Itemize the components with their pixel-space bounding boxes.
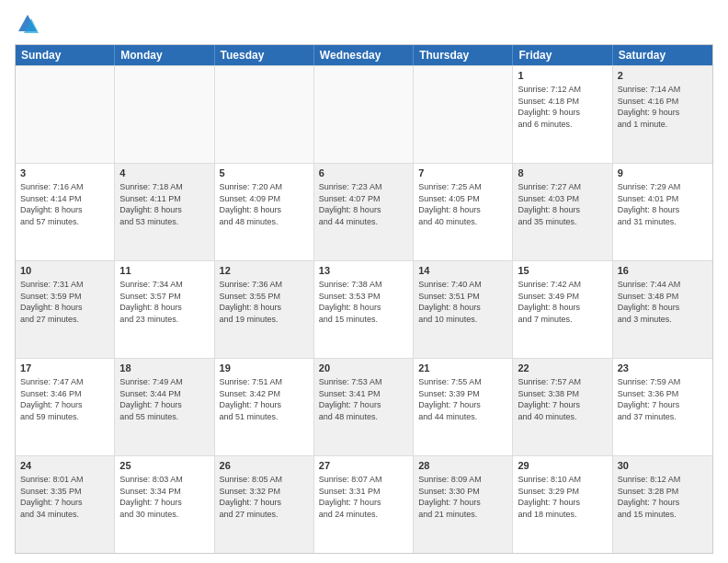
- day-info: Sunrise: 7:16 AM Sunset: 4:14 PM Dayligh…: [20, 182, 84, 226]
- day-info: Sunrise: 7:27 AM Sunset: 4:03 PM Dayligh…: [518, 182, 581, 226]
- day-number: 22: [518, 362, 607, 375]
- cal-cell-day-14: 14Sunrise: 7:40 AM Sunset: 3:51 PM Dayli…: [414, 261, 513, 358]
- day-info: Sunrise: 7:44 AM Sunset: 3:48 PM Dayligh…: [618, 280, 681, 324]
- cal-cell-day-24: 24Sunrise: 8:01 AM Sunset: 3:35 PM Dayli…: [16, 456, 115, 553]
- cal-cell-day-3: 3Sunrise: 7:16 AM Sunset: 4:14 PM Daylig…: [16, 164, 115, 260]
- day-number: 13: [319, 264, 408, 278]
- day-number: 14: [418, 264, 507, 278]
- cal-cell-day-2: 2Sunrise: 7:14 AM Sunset: 4:16 PM Daylig…: [613, 66, 712, 163]
- day-number: 21: [418, 362, 507, 375]
- cal-cell-empty-0-1: [115, 66, 214, 163]
- cal-cell-day-21: 21Sunrise: 7:55 AM Sunset: 3:39 PM Dayli…: [414, 359, 513, 455]
- header-day-monday: Monday: [115, 45, 214, 65]
- day-number: 30: [618, 459, 708, 473]
- day-number: 19: [220, 362, 309, 375]
- day-info: Sunrise: 7:38 AM Sunset: 3:53 PM Dayligh…: [319, 280, 382, 324]
- calendar-body: 1Sunrise: 7:12 AM Sunset: 4:18 PM Daylig…: [16, 65, 712, 553]
- day-info: Sunrise: 7:25 AM Sunset: 4:05 PM Dayligh…: [418, 182, 482, 226]
- day-info: Sunrise: 8:01 AM Sunset: 3:35 PM Dayligh…: [20, 475, 84, 519]
- cal-cell-day-19: 19Sunrise: 7:51 AM Sunset: 3:42 PM Dayli…: [215, 359, 314, 455]
- calendar-row-2: 3Sunrise: 7:16 AM Sunset: 4:14 PM Daylig…: [16, 163, 712, 260]
- day-info: Sunrise: 7:12 AM Sunset: 4:18 PM Dayligh…: [518, 85, 581, 129]
- day-info: Sunrise: 8:09 AM Sunset: 3:30 PM Dayligh…: [418, 475, 482, 519]
- day-info: Sunrise: 8:12 AM Sunset: 3:28 PM Dayligh…: [618, 475, 681, 519]
- day-info: Sunrise: 8:03 AM Sunset: 3:34 PM Dayligh…: [119, 475, 183, 519]
- cal-cell-day-8: 8Sunrise: 7:27 AM Sunset: 4:03 PM Daylig…: [513, 164, 612, 260]
- day-info: Sunrise: 7:23 AM Sunset: 4:07 PM Dayligh…: [319, 182, 382, 226]
- cal-cell-day-25: 25Sunrise: 8:03 AM Sunset: 3:34 PM Dayli…: [115, 456, 214, 553]
- cal-cell-day-17: 17Sunrise: 7:47 AM Sunset: 3:46 PM Dayli…: [16, 359, 115, 455]
- day-number: 17: [20, 362, 109, 375]
- day-info: Sunrise: 8:10 AM Sunset: 3:29 PM Dayligh…: [518, 475, 581, 519]
- cal-cell-day-27: 27Sunrise: 8:07 AM Sunset: 3:31 PM Dayli…: [314, 456, 414, 553]
- header-day-tuesday: Tuesday: [215, 45, 314, 65]
- day-info: Sunrise: 7:49 AM Sunset: 3:44 PM Dayligh…: [119, 377, 183, 421]
- day-info: Sunrise: 7:20 AM Sunset: 4:09 PM Dayligh…: [220, 182, 283, 226]
- day-info: Sunrise: 7:14 AM Sunset: 4:16 PM Dayligh…: [618, 85, 681, 129]
- cal-cell-day-10: 10Sunrise: 7:31 AM Sunset: 3:59 PM Dayli…: [16, 261, 115, 358]
- cal-cell-day-29: 29Sunrise: 8:10 AM Sunset: 3:29 PM Dayli…: [513, 456, 612, 553]
- day-number: 12: [220, 264, 309, 278]
- day-info: Sunrise: 8:05 AM Sunset: 3:32 PM Dayligh…: [220, 475, 283, 519]
- cal-cell-empty-0-0: [16, 66, 115, 163]
- cal-cell-day-9: 9Sunrise: 7:29 AM Sunset: 4:01 PM Daylig…: [613, 164, 712, 260]
- cal-cell-day-26: 26Sunrise: 8:05 AM Sunset: 3:32 PM Dayli…: [215, 456, 314, 553]
- day-number: 1: [518, 69, 607, 83]
- cal-cell-day-5: 5Sunrise: 7:20 AM Sunset: 4:09 PM Daylig…: [215, 164, 314, 260]
- day-number: 29: [518, 459, 607, 473]
- cal-cell-empty-0-4: [414, 66, 513, 163]
- calendar-header: SundayMondayTuesdayWednesdayThursdayFrid…: [16, 45, 712, 65]
- cal-cell-day-22: 22Sunrise: 7:57 AM Sunset: 3:38 PM Dayli…: [513, 359, 612, 455]
- day-number: 15: [518, 264, 607, 278]
- header-day-friday: Friday: [513, 45, 612, 65]
- cal-cell-day-13: 13Sunrise: 7:38 AM Sunset: 3:53 PM Dayli…: [314, 261, 414, 358]
- cal-cell-day-11: 11Sunrise: 7:34 AM Sunset: 3:57 PM Dayli…: [115, 261, 214, 358]
- day-number: 26: [220, 459, 309, 473]
- cal-cell-empty-0-3: [314, 66, 414, 163]
- day-number: 10: [20, 264, 109, 278]
- calendar-row-5: 24Sunrise: 8:01 AM Sunset: 3:35 PM Dayli…: [16, 455, 712, 553]
- day-info: Sunrise: 8:07 AM Sunset: 3:31 PM Dayligh…: [319, 475, 382, 519]
- header-day-wednesday: Wednesday: [314, 45, 414, 65]
- calendar-row-1: 1Sunrise: 7:12 AM Sunset: 4:18 PM Daylig…: [16, 65, 712, 163]
- cal-cell-day-7: 7Sunrise: 7:25 AM Sunset: 4:05 PM Daylig…: [414, 164, 513, 260]
- day-number: 27: [319, 459, 408, 473]
- logo: [15, 11, 44, 37]
- day-info: Sunrise: 7:53 AM Sunset: 3:41 PM Dayligh…: [319, 377, 382, 421]
- cal-cell-day-12: 12Sunrise: 7:36 AM Sunset: 3:55 PM Dayli…: [215, 261, 314, 358]
- day-number: 25: [119, 459, 209, 473]
- day-info: Sunrise: 7:31 AM Sunset: 3:59 PM Dayligh…: [20, 280, 84, 324]
- day-number: 16: [618, 264, 708, 278]
- cal-cell-day-4: 4Sunrise: 7:18 AM Sunset: 4:11 PM Daylig…: [115, 164, 214, 260]
- calendar-row-4: 17Sunrise: 7:47 AM Sunset: 3:46 PM Dayli…: [16, 358, 712, 455]
- page: SundayMondayTuesdayWednesdayThursdayFrid…: [0, 0, 728, 563]
- day-info: Sunrise: 7:34 AM Sunset: 3:57 PM Dayligh…: [119, 280, 183, 324]
- day-info: Sunrise: 7:29 AM Sunset: 4:01 PM Dayligh…: [618, 182, 681, 226]
- day-info: Sunrise: 7:36 AM Sunset: 3:55 PM Dayligh…: [220, 280, 283, 324]
- day-number: 6: [319, 167, 408, 180]
- cal-cell-day-15: 15Sunrise: 7:42 AM Sunset: 3:49 PM Dayli…: [513, 261, 612, 358]
- day-number: 8: [518, 167, 607, 180]
- day-info: Sunrise: 7:57 AM Sunset: 3:38 PM Dayligh…: [518, 377, 581, 421]
- day-info: Sunrise: 7:47 AM Sunset: 3:46 PM Dayligh…: [20, 377, 84, 421]
- day-info: Sunrise: 7:42 AM Sunset: 3:49 PM Dayligh…: [518, 280, 581, 324]
- day-number: 9: [618, 167, 708, 180]
- day-number: 18: [119, 362, 209, 375]
- day-number: 11: [119, 264, 209, 278]
- header-day-saturday: Saturday: [613, 45, 712, 65]
- day-info: Sunrise: 7:40 AM Sunset: 3:51 PM Dayligh…: [418, 280, 482, 324]
- cal-cell-day-6: 6Sunrise: 7:23 AM Sunset: 4:07 PM Daylig…: [314, 164, 414, 260]
- day-number: 5: [220, 167, 309, 180]
- header-day-thursday: Thursday: [414, 45, 513, 65]
- day-info: Sunrise: 7:18 AM Sunset: 4:11 PM Dayligh…: [119, 182, 183, 226]
- day-info: Sunrise: 7:55 AM Sunset: 3:39 PM Dayligh…: [418, 377, 482, 421]
- day-number: 28: [418, 459, 507, 473]
- day-number: 23: [618, 362, 708, 375]
- day-info: Sunrise: 7:59 AM Sunset: 3:36 PM Dayligh…: [618, 377, 681, 421]
- cal-cell-day-1: 1Sunrise: 7:12 AM Sunset: 4:18 PM Daylig…: [513, 66, 612, 163]
- cal-cell-day-20: 20Sunrise: 7:53 AM Sunset: 3:41 PM Dayli…: [314, 359, 414, 455]
- day-number: 7: [418, 167, 507, 180]
- header-day-sunday: Sunday: [16, 45, 115, 65]
- cal-cell-day-28: 28Sunrise: 8:09 AM Sunset: 3:30 PM Dayli…: [414, 456, 513, 553]
- calendar-row-3: 10Sunrise: 7:31 AM Sunset: 3:59 PM Dayli…: [16, 260, 712, 358]
